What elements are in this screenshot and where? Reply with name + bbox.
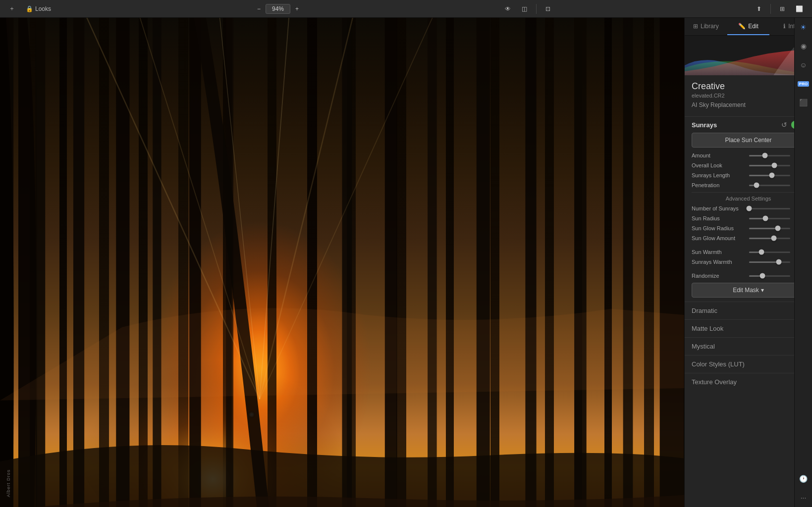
sunrays-section: Sunrays ↺ Place Sun Center Amount bbox=[685, 116, 812, 302]
sun-warmth-label: Sun Warmth bbox=[692, 249, 746, 255]
separator-1 bbox=[536, 4, 537, 14]
panel-header: Creative elevated.CR2 AI Sky Replacement bbox=[685, 75, 812, 114]
photo-watermark: Albert Dros bbox=[6, 469, 11, 497]
texture-overlay-section[interactable]: Texture Overlay bbox=[685, 373, 812, 391]
sun-radius-slider[interactable] bbox=[749, 218, 790, 219]
mystical-section[interactable]: Mystical bbox=[685, 337, 812, 355]
sun-radius-label: Sun Radius bbox=[692, 215, 746, 221]
randomize-label: Randomize bbox=[692, 273, 746, 279]
chevron-down-icon: ▾ bbox=[761, 287, 764, 294]
sun-glow-amount-label: Sun Glow Amount bbox=[692, 235, 746, 241]
advanced-settings-label: Advanced Settings bbox=[692, 192, 805, 203]
add-icon: ＋ bbox=[9, 4, 15, 13]
right-panel: ⊞ Library ✏️ Edit ℹ Info bbox=[684, 18, 812, 507]
edit-mask-label: Edit Mask bbox=[733, 287, 759, 294]
grid-button[interactable]: ⊞ bbox=[776, 3, 789, 14]
sunrays-warmth-label: Sunrays Warmth bbox=[692, 259, 746, 265]
photo-canvas[interactable]: Albert Dros bbox=[0, 18, 684, 507]
amount-label: Amount bbox=[692, 152, 746, 158]
mystical-label: Mystical bbox=[692, 343, 715, 350]
amount-slider[interactable] bbox=[749, 155, 790, 156]
sun-glow-amount-row: Sun Glow Amount 60 bbox=[692, 235, 805, 241]
overall-look-row: Overall Look 62 bbox=[692, 162, 805, 168]
export-icon: ⬆ bbox=[757, 5, 761, 12]
overall-look-slider[interactable] bbox=[749, 165, 790, 166]
photo-scene bbox=[0, 18, 684, 507]
dramatic-section[interactable]: Dramatic bbox=[685, 302, 812, 319]
edit-icon: ✏️ bbox=[738, 23, 746, 30]
sunrays-section-header[interactable]: Sunrays ↺ bbox=[685, 117, 812, 133]
penetration-row: Penetration 18 bbox=[692, 182, 805, 188]
sunrays-controls: Place Sun Center Amount 38 Overall Look bbox=[685, 133, 812, 302]
reset-icon[interactable]: ↺ bbox=[780, 121, 788, 129]
export-button[interactable]: ⬆ bbox=[753, 3, 765, 14]
randomize-slider[interactable] bbox=[749, 275, 790, 277]
zoom-control: − 94% + bbox=[253, 3, 303, 14]
compare-icon: ◫ bbox=[522, 5, 527, 12]
face-icon[interactable]: ☺ bbox=[798, 59, 809, 70]
tools-icon[interactable]: ⬛ bbox=[798, 97, 809, 108]
pro-icon[interactable]: PRO bbox=[798, 78, 809, 89]
place-sun-center-button[interactable]: Place Sun Center bbox=[692, 133, 805, 148]
toolbar: ＋ 🔒 Looks − 94% + 👁 ◫ ⊡ ⬆ ⊞ ⬜ bbox=[0, 0, 812, 18]
sun-adjust-icon[interactable]: ☀ bbox=[798, 22, 809, 33]
sunrays-title: Sunrays bbox=[692, 121, 780, 129]
eye-button[interactable]: 👁 bbox=[501, 3, 515, 14]
photo-background bbox=[0, 18, 684, 507]
sunrays-length-label: Sunrays Length bbox=[692, 172, 746, 178]
sun-warmth-slider[interactable] bbox=[749, 252, 790, 253]
sun-glow-radius-label: Sun Glow Radius bbox=[692, 225, 746, 231]
fullscreen-icon: ⬜ bbox=[796, 5, 803, 12]
texture-overlay-label: Texture Overlay bbox=[692, 378, 737, 386]
dramatic-label: Dramatic bbox=[692, 307, 717, 314]
tab-edit[interactable]: ✏️ Edit bbox=[727, 18, 770, 35]
panel-subtitle: AI Sky Replacement bbox=[692, 101, 805, 108]
panel-filename: elevated.CR2 bbox=[692, 93, 805, 99]
fullscreen-button[interactable]: ⬜ bbox=[792, 3, 807, 14]
overall-look-label: Overall Look bbox=[692, 162, 746, 168]
color-wheel-icon[interactable]: ◉ bbox=[798, 41, 809, 51]
library-icon: ⊞ bbox=[693, 23, 698, 30]
penetration-slider[interactable] bbox=[749, 185, 790, 186]
right-icon-strip: ☀ ◉ ☺ PRO ⬛ 🕐 ··· bbox=[794, 18, 812, 507]
crop-button[interactable]: ⊡ bbox=[541, 3, 554, 14]
panel-title: Creative bbox=[692, 81, 805, 92]
tab-library[interactable]: ⊞ Library bbox=[685, 18, 727, 35]
sunrays-length-slider[interactable] bbox=[749, 175, 790, 176]
zoom-in-icon: + bbox=[295, 5, 299, 12]
sunrays-warmth-slider[interactable] bbox=[749, 261, 790, 263]
histogram-area: ⊞ ≡ bbox=[685, 36, 812, 75]
eye-icon: 👁 bbox=[505, 5, 511, 12]
sunrays-warmth-row: Sunrays Warmth 72 bbox=[692, 259, 805, 265]
edit-mask-button[interactable]: Edit Mask ▾ bbox=[692, 283, 805, 298]
tab-library-label: Library bbox=[701, 23, 719, 30]
looks-button[interactable]: 🔒 Looks bbox=[22, 3, 55, 14]
sun-glow-radius-slider[interactable] bbox=[749, 228, 790, 229]
sun-warmth-row: Sun Warmth 30 bbox=[692, 249, 805, 255]
sun-glow-radius-row: Sun Glow Radius 70 bbox=[692, 225, 805, 231]
histogram-svg bbox=[685, 36, 812, 75]
zoom-in-button[interactable]: + bbox=[291, 3, 303, 14]
compare-button[interactable]: ◫ bbox=[518, 3, 531, 14]
number-label: Number of Sunrays bbox=[692, 205, 746, 211]
matte-look-section[interactable]: Matte Look bbox=[685, 319, 812, 337]
more-icon[interactable]: ··· bbox=[798, 492, 809, 503]
number-sunrays-row: Number of Sunrays 0 bbox=[692, 205, 805, 211]
separator-2 bbox=[770, 4, 771, 14]
matte-look-label: Matte Look bbox=[692, 325, 723, 332]
crop-icon: ⊡ bbox=[545, 5, 550, 12]
history-icon[interactable]: 🕐 bbox=[798, 473, 809, 484]
sun-glow-amount-slider[interactable] bbox=[749, 238, 790, 239]
sunrays-length-row: Sunrays Length 55 bbox=[692, 172, 805, 178]
add-button[interactable]: ＋ bbox=[5, 2, 19, 15]
number-slider[interactable] bbox=[749, 208, 790, 209]
zoom-value[interactable]: 94% bbox=[266, 4, 290, 14]
zoom-out-button[interactable]: − bbox=[253, 3, 265, 14]
tab-edit-label: Edit bbox=[748, 23, 758, 30]
panel-content: Creative elevated.CR2 AI Sky Replacement… bbox=[685, 75, 812, 507]
grid-icon: ⊞ bbox=[780, 5, 785, 12]
main-area: Albert Dros ⊞ Library ✏️ Edit ℹ Info bbox=[0, 18, 812, 507]
color-styles-section[interactable]: Color Styles (LUT) bbox=[685, 355, 812, 373]
color-styles-label: Color Styles (LUT) bbox=[692, 360, 745, 368]
sun-radius-row: Sun Radius 40 bbox=[692, 215, 805, 221]
